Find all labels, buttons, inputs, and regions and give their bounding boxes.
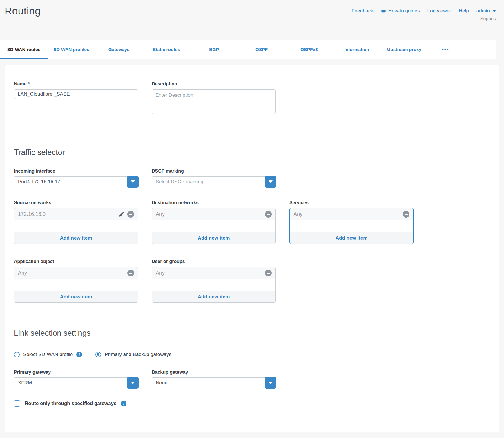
route-only-checkbox[interactable] (14, 400, 20, 407)
tab-sd-wan-routes[interactable]: SD-WAN routes (0, 40, 48, 59)
remove-icon[interactable] (265, 211, 272, 218)
application-object-value: Any (18, 270, 27, 276)
sd-wan-route-form-panel: Name * Description Traffic selector Inco… (5, 65, 499, 432)
list-item: Any (152, 208, 275, 220)
dscp-marking-value[interactable] (152, 176, 276, 187)
video-camera-icon (381, 8, 386, 14)
radio-icon[interactable] (14, 352, 20, 357)
info-icon[interactable]: i (76, 352, 82, 357)
services-label: Services (289, 200, 414, 205)
incoming-interface-value[interactable] (14, 176, 138, 187)
destination-networks-listbox: Any Add new item (152, 208, 276, 244)
radio-icon[interactable] (95, 352, 101, 357)
source-networks-add-button[interactable]: Add new item (14, 232, 138, 244)
tab-strip: SD-WAN routes SD-WAN profiles Gateways S… (0, 40, 496, 59)
destination-network-value: Any (156, 211, 165, 217)
incoming-interface-dropdown-button[interactable] (127, 176, 139, 188)
list-item: 172.16.16.0 (14, 208, 138, 220)
link-selection-heading: Link selection settings (14, 329, 490, 338)
application-object-add-button[interactable]: Add new item (14, 291, 138, 302)
tab-bgp[interactable]: BGP (190, 40, 238, 59)
listbox-spacer (152, 279, 275, 291)
destination-networks-label: Destination networks (152, 200, 276, 205)
tab-information[interactable]: Information (333, 40, 380, 59)
user-or-groups-add-button[interactable]: Add new item (152, 291, 275, 302)
application-object-listbox: Any Add new item (14, 267, 138, 303)
tab-sd-wan-profiles[interactable]: SD-WAN profiles (48, 40, 95, 59)
description-input[interactable] (152, 89, 276, 114)
tab-static-routes[interactable]: Static routes (143, 40, 190, 59)
tab-gateways[interactable]: Gateways (95, 40, 143, 59)
primary-gateway-dropdown-button[interactable] (127, 377, 139, 389)
list-item: Any (152, 267, 275, 279)
feedback-link[interactable]: Feedback (351, 8, 373, 14)
header-nav: Feedback How-to guides Log viewer Help a… (351, 8, 496, 14)
dscp-marking-select[interactable] (152, 176, 276, 187)
primary-gateway-select[interactable] (14, 377, 138, 388)
help-link[interactable]: Help (459, 8, 469, 14)
description-label: Description (152, 81, 276, 87)
service-value: Any (293, 211, 302, 217)
traffic-selector-heading: Traffic selector (14, 148, 490, 157)
radio-primary-backup-gateways[interactable]: Primary and Backup gateways (95, 352, 171, 357)
destination-networks-add-button[interactable]: Add new item (152, 232, 275, 244)
list-item: Any (290, 208, 413, 220)
chevron-down-icon (492, 10, 496, 12)
backup-gateway-value[interactable] (152, 377, 276, 388)
edit-icon[interactable] (119, 211, 125, 217)
admin-menu[interactable]: admin (476, 8, 496, 14)
remove-icon[interactable] (127, 211, 134, 218)
log-viewer-link[interactable]: Log viewer (427, 8, 451, 14)
page-title: Routing (5, 5, 41, 40)
tab-ospfv3[interactable]: OSPFv3 (285, 40, 333, 59)
dscp-marking-label: DSCP marking (152, 169, 276, 174)
chevron-down-icon (131, 180, 135, 183)
chevron-down-icon (131, 382, 135, 384)
listbox-spacer (152, 220, 275, 232)
incoming-interface-label: Incoming interface (14, 169, 138, 174)
user-or-groups-label: User or groups (152, 259, 276, 264)
remove-icon[interactable] (127, 270, 134, 276)
listbox-spacer (14, 279, 138, 291)
tab-overflow-menu[interactable]: ••• (428, 40, 463, 59)
page-header: Routing Feedback How-to guides Log viewe… (0, 0, 504, 40)
application-object-label: Application object (14, 259, 138, 264)
remove-icon[interactable] (403, 211, 409, 218)
divider (14, 140, 490, 140)
name-label: Name * (14, 81, 138, 87)
user-or-groups-listbox: Any Add new item (152, 267, 276, 303)
source-networks-label: Source networks (14, 200, 138, 205)
info-icon[interactable]: i (121, 401, 126, 406)
primary-gateway-label: Primary gateway (14, 370, 138, 375)
radio-label: Select SD-WAN profile (23, 352, 73, 357)
dscp-dropdown-button[interactable] (265, 176, 276, 188)
route-only-checkbox-label: Route only through specified gateways (25, 401, 116, 406)
tab-ospf[interactable]: OSPF (238, 40, 285, 59)
list-item: Any (14, 267, 138, 279)
services-add-button[interactable]: Add new item (290, 232, 413, 244)
incoming-interface-select[interactable] (14, 176, 138, 187)
backup-gateway-select[interactable] (152, 377, 276, 388)
name-input[interactable] (14, 89, 138, 99)
divider (14, 320, 490, 320)
source-networks-listbox: 172.16.16.0 Add new item (14, 208, 138, 244)
radio-select-sd-wan-profile[interactable]: Select SD-WAN profile i (14, 352, 82, 357)
services-listbox: Any Add new item (289, 208, 414, 244)
backup-gateway-label: Backup gateway (152, 370, 276, 375)
remove-icon[interactable] (265, 270, 272, 276)
chevron-down-icon (269, 382, 273, 384)
user-or-groups-value: Any (156, 270, 165, 276)
howto-guides-link[interactable]: How-to guides (381, 8, 420, 14)
backup-gateway-dropdown-button[interactable] (265, 377, 276, 389)
listbox-spacer (14, 220, 138, 232)
chevron-down-icon (269, 180, 273, 183)
brand-label: Sophos (351, 16, 496, 21)
radio-label: Primary and Backup gateways (105, 352, 171, 357)
primary-gateway-value[interactable] (14, 377, 138, 388)
source-network-value: 172.16.16.0 (18, 211, 46, 217)
listbox-spacer (290, 220, 413, 232)
tab-upstream-proxy[interactable]: Upstream proxy (380, 40, 428, 59)
